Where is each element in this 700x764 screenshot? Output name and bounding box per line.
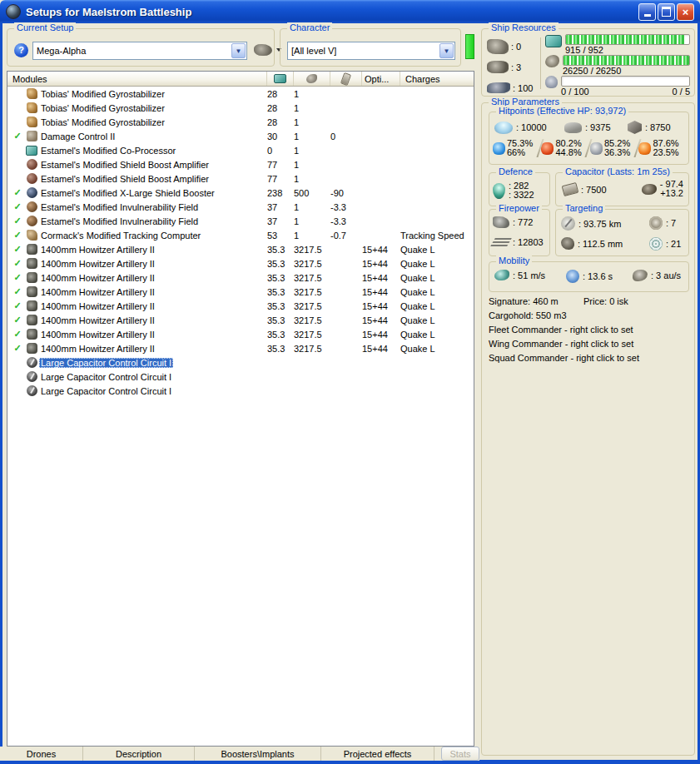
module-cpu-value: 35.3	[267, 273, 294, 283]
sensor-strength-value: : 21	[666, 239, 681, 249]
module-row[interactable]: ✓1400mm Howitzer Artillery II35.33217.51…	[7, 327, 474, 341]
character-dropdown[interactable]: [All level V]	[287, 42, 455, 60]
module-cpu-value: 35.3	[267, 287, 294, 297]
em-resist-icon	[493, 142, 505, 155]
close-icon: ×	[683, 7, 689, 17]
module-cpu-value: 30	[267, 131, 294, 141]
module-row[interactable]: ✓Cormack's Modified Tracking Computer531…	[7, 228, 474, 242]
module-check-icon: ✓	[11, 230, 24, 241]
mobility-label: Mobility	[496, 255, 532, 265]
cargohold-text: Cargohold: 550 m3	[489, 309, 688, 323]
current-setup-group: Current Setup ? Mega-Alpha	[7, 28, 275, 67]
module-row[interactable]: Estamel's Modified Co-Processor01	[7, 143, 474, 157]
module-name: Estamel's Modified Invulnerability Field	[39, 216, 267, 226]
ship-resources-group: Ship Resources : 0 : 3 : 100	[481, 28, 695, 97]
tab-projected-effects[interactable]: Projected effects	[321, 747, 434, 761]
module-type-icon	[24, 88, 39, 99]
drone-bandwidth-text: 0 / 5	[673, 87, 690, 97]
squad-commander-text[interactable]: Squad Commander - right click to set	[489, 351, 688, 365]
module-row[interactable]: Large Capacitor Control Circuit I	[7, 384, 474, 398]
current-setup-label: Current Setup	[14, 22, 76, 32]
module-charges-value: Quake L	[400, 259, 474, 269]
module-name: 1400mm Howitzer Artillery II	[39, 259, 267, 269]
rig-slots: : 100	[487, 77, 540, 98]
co-processor-icon	[26, 146, 37, 156]
module-pg-value: 1	[294, 131, 330, 141]
chevron-down-icon[interactable]	[439, 43, 454, 58]
module-row[interactable]: Large Capacitor Control Circuit I	[7, 355, 474, 370]
tab-boosters-implants[interactable]: Boosters\Implants	[195, 747, 321, 761]
module-cap-value: -3.3	[330, 202, 362, 212]
explosive-resist: 87.6% 23.5%	[638, 139, 684, 157]
module-charges-value: Quake L	[400, 344, 474, 354]
module-charges-value: Tracking Speed	[400, 231, 474, 241]
module-pg-value: 3217.5	[294, 245, 330, 255]
stats-button[interactable]: Stats	[441, 747, 479, 761]
tab-description[interactable]: Description	[83, 747, 195, 761]
module-check-icon: ✓	[11, 286, 24, 297]
column-modules[interactable]: Modules	[7, 72, 267, 86]
module-row[interactable]: Estamel's Modified Shield Boost Amplifie…	[7, 157, 474, 171]
module-row[interactable]: ✓1400mm Howitzer Artillery II35.33217.51…	[7, 313, 474, 327]
column-cpu[interactable]	[267, 72, 294, 86]
module-row[interactable]: ✓Damage Control II3010	[7, 129, 474, 143]
help-button[interactable]: ?	[14, 43, 28, 57]
structure-icon	[628, 121, 642, 134]
module-row[interactable]: ✓1400mm Howitzer Artillery II35.33217.51…	[7, 270, 474, 285]
tab-drones[interactable]: Drones	[0, 747, 83, 761]
setup-dropdown[interactable]: Mega-Alpha	[32, 42, 247, 60]
module-check-icon: ✓	[11, 343, 24, 354]
module-cap-value: -90	[330, 188, 362, 198]
module-row[interactable]: ✓1400mm Howitzer Artillery II35.33217.51…	[7, 299, 474, 313]
module-row[interactable]: Tobias' Modified Gyrostabilizer281	[7, 87, 474, 101]
module-cpu-value: 53	[267, 231, 294, 241]
maximize-button[interactable]	[658, 3, 675, 21]
module-name: 1400mm Howitzer Artillery II	[39, 287, 267, 297]
align-time-icon	[566, 270, 579, 283]
module-row[interactable]: Estamel's Modified Shield Boost Amplifie…	[7, 171, 474, 186]
module-row[interactable]: Large Capacitor Control Circuit I	[7, 370, 474, 384]
title-bar: Setups for Maelstrom Battleship ×	[0, 0, 700, 23]
shield-boost-amplifier-icon	[27, 159, 37, 170]
module-row[interactable]: Tobias' Modified Gyrostabilizer281	[7, 115, 474, 129]
module-row[interactable]: Tobias' Modified Gyrostabilizer281	[7, 101, 474, 115]
capacitor-group: Capacitor (Lasts: 1m 25s) : 7500 - 97.4 …	[555, 172, 689, 206]
module-pg-value: 3217.5	[294, 315, 330, 325]
dps-value: : 772	[513, 217, 533, 227]
module-row[interactable]: ✓1400mm Howitzer Artillery II35.33217.51…	[7, 256, 474, 270]
module-type-icon	[24, 286, 39, 297]
close-button[interactable]: ×	[677, 3, 694, 21]
drone-icon	[545, 76, 558, 88]
character-skill-indicator	[465, 34, 474, 59]
module-row[interactable]: ✓1400mm Howitzer Artillery II35.33217.51…	[7, 341, 474, 355]
module-type-icon	[24, 117, 39, 127]
module-type-icon	[24, 216, 39, 226]
column-powergrid[interactable]	[294, 72, 330, 86]
targeting-label: Targeting	[563, 203, 605, 213]
module-row[interactable]: ✓1400mm Howitzer Artillery II35.33217.51…	[7, 242, 474, 256]
module-opti-value: 15+44	[362, 315, 400, 325]
ship-menu-button[interactable]	[254, 44, 281, 56]
max-velocity-icon	[494, 270, 509, 280]
module-check-icon: ✓	[11, 216, 24, 226]
armor-hp-value: : 9375	[585, 122, 611, 132]
module-pg-value: 1	[294, 103, 330, 113]
column-optimal[interactable]: Opti...	[362, 72, 400, 86]
fleet-commander-text[interactable]: Fleet Commander - right click to set	[489, 323, 688, 337]
chevron-down-icon[interactable]	[231, 43, 246, 58]
align-time-value: : 13.6 s	[583, 271, 613, 281]
artillery-icon	[27, 258, 37, 269]
damage-control-icon	[27, 131, 37, 141]
module-name: Tobias' Modified Gyrostabilizer	[39, 103, 267, 113]
minimize-button[interactable]	[638, 3, 656, 21]
column-charges[interactable]: Charges	[400, 72, 474, 86]
column-capacitor[interactable]	[330, 72, 362, 86]
module-type-icon	[24, 187, 39, 198]
module-row[interactable]: ✓1400mm Howitzer Artillery II35.33217.51…	[7, 285, 474, 299]
wing-commander-text[interactable]: Wing Commander - right click to set	[489, 337, 688, 351]
module-row[interactable]: ✓Estamel's Modified X-Large Shield Boost…	[7, 186, 474, 200]
module-check-icon: ✓	[11, 272, 24, 283]
module-cap-value: 0	[330, 131, 362, 141]
module-row[interactable]: ✓Estamel's Modified Invulnerability Fiel…	[7, 214, 474, 228]
module-row[interactable]: ✓Estamel's Modified Invulnerability Fiel…	[7, 200, 474, 214]
